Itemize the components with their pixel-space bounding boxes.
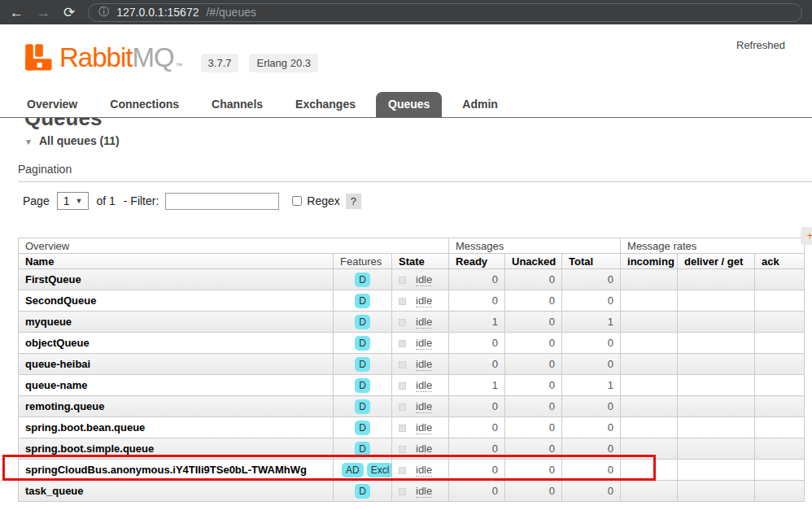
queue-rate-ack: [755, 269, 805, 290]
page-info-icon[interactable]: ⓘ: [98, 5, 109, 20]
queue-rate-deliver-get: [678, 290, 755, 312]
queue-state: idle: [392, 375, 449, 396]
tab-overview[interactable]: Overview: [15, 92, 89, 117]
queue-total: 0: [562, 290, 621, 312]
queues-table-wrap: Overview Messages Message rates Name Fea…: [18, 238, 804, 502]
column-header-incoming[interactable]: incoming: [621, 254, 678, 269]
queue-name-link[interactable]: spring.boot.simple.queue: [19, 438, 334, 460]
queue-features: D: [334, 312, 392, 333]
column-header-name[interactable]: Name: [19, 254, 334, 269]
pagination-section-title: Pagination: [18, 163, 812, 176]
filter-input[interactable]: [165, 193, 279, 210]
queue-name-link[interactable]: spring.boot.bean.queue: [19, 417, 334, 438]
queue-rate-deliver-get: [678, 417, 755, 438]
queue-ready: 0: [449, 417, 505, 438]
queue-rate-deliver-get: [678, 396, 755, 417]
queue-ready: 0: [449, 354, 505, 375]
feature-badge-ad: AD: [342, 463, 364, 477]
state-indicator-icon: [399, 319, 406, 326]
queue-features: D: [334, 481, 392, 502]
state-indicator-icon: [399, 340, 406, 347]
feature-badge-d: D: [355, 294, 370, 308]
all-queues-toggle[interactable]: ▼All queues (11): [24, 134, 812, 147]
queue-rate-incoming: [621, 312, 678, 333]
page-number-select[interactable]: 1 ▼: [57, 192, 89, 210]
reload-icon[interactable]: ⟳: [63, 6, 75, 20]
queue-rate-ack: [755, 333, 805, 354]
forward-icon[interactable]: →: [37, 6, 50, 20]
tab-exchanges[interactable]: Exchanges: [283, 92, 368, 117]
queue-ready: 1: [449, 375, 505, 396]
state-label: idle: [416, 337, 432, 350]
column-header-unacked[interactable]: Unacked: [505, 254, 562, 269]
queue-name-link[interactable]: queue-heibai: [19, 354, 334, 375]
table-row-highlighted: springCloudBus.anonymous.iY4TIIi9TSe0bL-…: [19, 460, 805, 481]
queue-features: D: [334, 333, 392, 354]
queue-ready: 0: [449, 333, 505, 354]
queue-total: 0: [562, 481, 621, 502]
queue-name-link[interactable]: springCloudBus.anonymous.iY4TIIi9TSe0bL-…: [19, 460, 334, 481]
state-label: idle: [416, 421, 432, 434]
column-selector-button[interactable]: +/-: [801, 227, 812, 245]
queue-name-link[interactable]: FirstQueue: [19, 269, 334, 290]
queue-name-link[interactable]: queue-name: [19, 375, 334, 396]
state-label: idle: [416, 379, 432, 392]
queue-state: idle: [392, 417, 449, 438]
rabbitmq-logo-icon[interactable]: [24, 43, 54, 72]
queue-rate-incoming: [621, 269, 678, 290]
queue-unacked: 0: [505, 481, 562, 502]
queue-rate-deliver-get: [678, 354, 755, 375]
feature-badge-d: D: [355, 315, 370, 329]
table-row: SecondQueue D idle 0 0 0: [19, 290, 805, 312]
regex-help-button[interactable]: ?: [346, 194, 361, 209]
queue-state: idle: [392, 460, 449, 481]
queue-features: D: [334, 290, 392, 312]
tab-connections[interactable]: Connections: [98, 92, 191, 117]
address-bar[interactable]: ⓘ 127.0.0.1:15672/#/queues: [88, 3, 802, 22]
state-indicator-icon: [399, 403, 406, 411]
queue-rate-ack: [755, 354, 805, 375]
state-indicator-icon: [399, 361, 406, 368]
all-queues-label: All queues (11): [39, 134, 120, 147]
tab-channels[interactable]: Channels: [199, 92, 275, 117]
column-header-ack[interactable]: ack: [755, 254, 805, 269]
queue-ready: 0: [449, 438, 505, 460]
page-select-value: 1: [63, 194, 70, 207]
queue-rate-ack: [755, 460, 805, 481]
back-icon[interactable]: ←: [10, 6, 24, 20]
column-header-total[interactable]: Total: [562, 254, 621, 269]
pagination-controls: Page 1 ▼ of 1 - Filter: Regex ?: [23, 191, 812, 211]
rabbitmq-management-window: ← → ⟳ ⓘ 127.0.0.1:15672/#/queues RabbitM…: [0, 0, 812, 510]
rabbitmq-version-badge: 3.7.7: [201, 54, 239, 72]
queue-unacked: 0: [505, 354, 562, 375]
table-row: spring.boot.bean.queue D idle 0 0 0: [19, 417, 805, 438]
table-row: FirstQueue D idle 0 0 0: [19, 269, 805, 290]
queue-name-link[interactable]: objectQueue: [19, 333, 334, 354]
state-indicator-icon: [399, 488, 406, 495]
queue-name-link[interactable]: task_queue: [19, 481, 334, 502]
page-title: Queues: [24, 118, 812, 129]
table-row: queue-heibai D idle 0 0 0: [19, 354, 805, 375]
queue-name-link[interactable]: remoting.queue: [19, 396, 334, 417]
tab-queues[interactable]: Queues: [376, 92, 442, 117]
tab-admin[interactable]: Admin: [450, 92, 510, 117]
queue-features: D: [334, 354, 392, 375]
queue-name-link[interactable]: SecondQueue: [19, 290, 334, 312]
queue-name-link[interactable]: myqueue: [19, 312, 334, 333]
column-header-deliver-get[interactable]: deliver / get: [678, 254, 755, 269]
state-indicator-icon: [399, 467, 406, 474]
table-row: spring.boot.simple.queue D idle 0 0 0: [19, 438, 805, 460]
queue-state: idle: [392, 481, 449, 502]
column-header-ready[interactable]: Ready: [449, 254, 505, 269]
queue-rate-deliver-get: [678, 438, 755, 460]
logo-wordmark[interactable]: RabbitMQ: [59, 42, 174, 73]
queue-unacked: 0: [505, 375, 562, 396]
column-header-state[interactable]: State: [392, 254, 449, 269]
masthead: RabbitMQ ™ 3.7.7 Erlang 20.3 Refreshed: [0, 24, 812, 85]
feature-badge-d: D: [355, 357, 370, 372]
feature-badge-d: D: [355, 378, 370, 393]
regex-checkbox[interactable]: [292, 196, 302, 206]
queue-ready: 0: [449, 460, 505, 481]
queue-ready: 0: [449, 481, 505, 502]
queue-features: ADExcl: [334, 460, 392, 481]
